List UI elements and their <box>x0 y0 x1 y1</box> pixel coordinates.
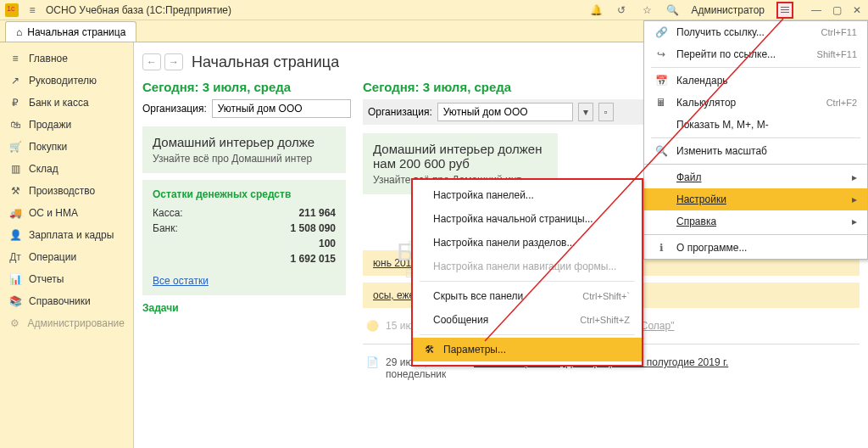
sidebar-label: Покупки <box>29 141 67 153</box>
sidebar: ≡Главное↗Руководителю₽Банк и касса🛍Прода… <box>0 42 134 448</box>
star-icon[interactable]: ☆ <box>640 3 654 17</box>
org-input[interactable] <box>212 99 351 118</box>
tasks-heading: Задачи <box>142 302 346 314</box>
app-title: ОСНО Учебная база (1С:Предприятие) <box>46 4 231 16</box>
menu-label: О программе... <box>676 242 747 254</box>
panel-sub: Узнайте всё про Домашний интер <box>153 153 336 165</box>
hamburger-icon[interactable]: ≡ <box>25 3 39 17</box>
balance-value: 100 <box>319 238 336 249</box>
sidebar-label: Склад <box>29 163 58 175</box>
submenu-item[interactable]: Настройка начальной страницы... <box>413 207 642 231</box>
bell-icon[interactable]: 🔔 <box>589 3 603 17</box>
sidebar-icon: ⚒ <box>8 185 22 197</box>
submenu-item[interactable]: 🛠Параметры... <box>413 338 642 361</box>
left-column: ← → Начальная страница Сегодня: 3 июля, … <box>134 42 354 448</box>
menu-shortcut: Ctrl+Shift+` <box>582 291 630 301</box>
submenu-item[interactable]: СообщенияCtrl+Shift+Z <box>413 308 642 332</box>
menu-separator <box>651 67 860 68</box>
sidebar-icon: ⚙ <box>8 317 21 329</box>
menu-item[interactable]: 🔗Получить ссылку...Ctrl+F11 <box>644 21 867 43</box>
sidebar-item[interactable]: 👤Зарплата и кадры <box>0 224 133 246</box>
menu-icon: 🔍 <box>654 145 668 157</box>
menu-icon: 🛠 <box>425 344 435 356</box>
sidebar-icon: 👤 <box>8 229 22 241</box>
sidebar-icon: ↗ <box>8 75 22 87</box>
home-icon: ⌂ <box>16 26 22 38</box>
menu-item[interactable]: ↪Перейти по ссылке...Shift+F11 <box>644 43 867 65</box>
tab-label: Начальная страница <box>27 26 125 38</box>
menu-item[interactable]: Показать M, M+, M- <box>644 114 867 136</box>
menu-label: Получить ссылку... <box>676 26 765 38</box>
panel-title: Домашний интерьер должен нам 200 600 руб <box>373 142 548 171</box>
menu-item[interactable]: 🔍Изменить масштаб <box>644 140 867 162</box>
menu-label: Сообщения <box>433 314 488 326</box>
history-icon[interactable]: ↺ <box>615 3 628 17</box>
balance-value: 211 964 <box>299 207 336 219</box>
sidebar-item[interactable]: ↗Руководителю <box>0 70 133 92</box>
menu-item[interactable]: Справка▸ <box>644 210 867 232</box>
org-label: Организация: <box>368 106 432 118</box>
org-dropdown-button[interactable]: ▾ <box>578 103 593 121</box>
menu-icon: 🖩 <box>654 97 668 109</box>
date-heading: Сегодня: 3 июля, среда <box>142 80 346 94</box>
search-icon[interactable]: 🔍 <box>665 3 679 17</box>
sidebar-icon: 🛒 <box>8 141 22 153</box>
menu-label: Перейти по ссылке... <box>676 48 776 60</box>
sidebar-label: Справочники <box>29 295 91 307</box>
menu-label: Настройки <box>676 193 726 205</box>
sidebar-icon: ▥ <box>8 163 22 175</box>
sidebar-item[interactable]: 🛒Покупки <box>0 136 133 158</box>
sidebar-icon: 🚚 <box>8 207 22 219</box>
back-button[interactable]: ← <box>142 53 161 70</box>
forward-button[interactable]: → <box>164 53 183 70</box>
chevron-right-icon: ▸ <box>852 193 857 205</box>
sidebar-item[interactable]: ₽Банк и касса <box>0 92 133 114</box>
sidebar-label: Зарплата и кадры <box>29 229 114 241</box>
menu-label: Настройка панели разделов... <box>433 237 575 249</box>
menu-item[interactable]: Настройки▸ <box>644 188 867 210</box>
menu-icon: ℹ <box>654 242 668 254</box>
submenu-item[interactable]: Настройка панели разделов... <box>413 231 642 255</box>
menu-icon: 📅 <box>654 75 668 87</box>
all-balances-link[interactable]: Все остатки <box>153 275 209 287</box>
sidebar-item[interactable]: ≡Главное <box>0 48 133 70</box>
submenu-item: Настройка панели навигации формы... <box>413 255 642 278</box>
sidebar-item[interactable]: 🛍Продажи <box>0 114 133 136</box>
logo-1c-icon <box>5 3 19 17</box>
menu-shortcut: Ctrl+Shift+Z <box>580 315 630 325</box>
menu-item[interactable]: ℹО программе... <box>644 237 867 259</box>
sidebar-item[interactable]: ДтОперации <box>0 246 133 268</box>
page-title: Начальная страница <box>192 53 339 71</box>
menu-item[interactable]: Файл▸ <box>644 166 867 188</box>
menu-item[interactable]: 🖩КалькуляторCtrl+F2 <box>644 92 867 114</box>
minimize-button[interactable]: — <box>810 4 822 16</box>
menu-label: Файл <box>676 171 702 183</box>
menu-shortcut: Ctrl+F11 <box>821 27 858 37</box>
sidebar-item[interactable]: 📚Справочники <box>0 290 133 312</box>
sidebar-icon: ≡ <box>8 53 22 64</box>
sidebar-item[interactable]: ⚙Администрирование <box>0 312 133 334</box>
user-label[interactable]: Администратор <box>691 4 765 16</box>
submenu-item[interactable]: Настройка панелей... <box>413 183 642 207</box>
org-open-button[interactable]: ▫ <box>598 103 614 121</box>
menu-label: Скрыть все панели <box>433 290 523 302</box>
sidebar-item[interactable]: 🚚ОС и НМА <box>0 202 133 224</box>
settings-submenu[interactable]: Настройка панелей...Настройка начальной … <box>411 178 643 367</box>
sidebar-label: Руководителю <box>29 75 97 87</box>
chevron-right-icon: ▸ <box>852 171 857 183</box>
tab-home[interactable]: ⌂ Начальная страница <box>5 21 136 42</box>
debt-panel[interactable]: Домашний интерьер долже Узнайте всё про … <box>142 126 346 173</box>
restore-button[interactable]: ▢ <box>831 4 843 16</box>
menu-item[interactable]: 📅Календарь <box>644 70 867 92</box>
service-menu[interactable]: 🔗Получить ссылку...Ctrl+F11↪Перейти по с… <box>643 20 868 260</box>
sidebar-item[interactable]: 📊Отчеты <box>0 268 133 290</box>
sidebar-icon: ₽ <box>8 97 22 109</box>
close-button[interactable]: ✕ <box>851 4 863 16</box>
submenu-item[interactable]: Скрыть все панелиCtrl+Shift+` <box>413 284 642 308</box>
sidebar-item[interactable]: ⚒Производство <box>0 180 133 202</box>
sidebar-item[interactable]: ▥Склад <box>0 158 133 180</box>
title-bar: ≡ ОСНО Учебная база (1С:Предприятие) 🔔 ↺… <box>0 0 868 20</box>
menu-separator <box>644 234 867 235</box>
org-input[interactable] <box>437 103 573 121</box>
service-menu-button[interactable] <box>776 2 793 19</box>
